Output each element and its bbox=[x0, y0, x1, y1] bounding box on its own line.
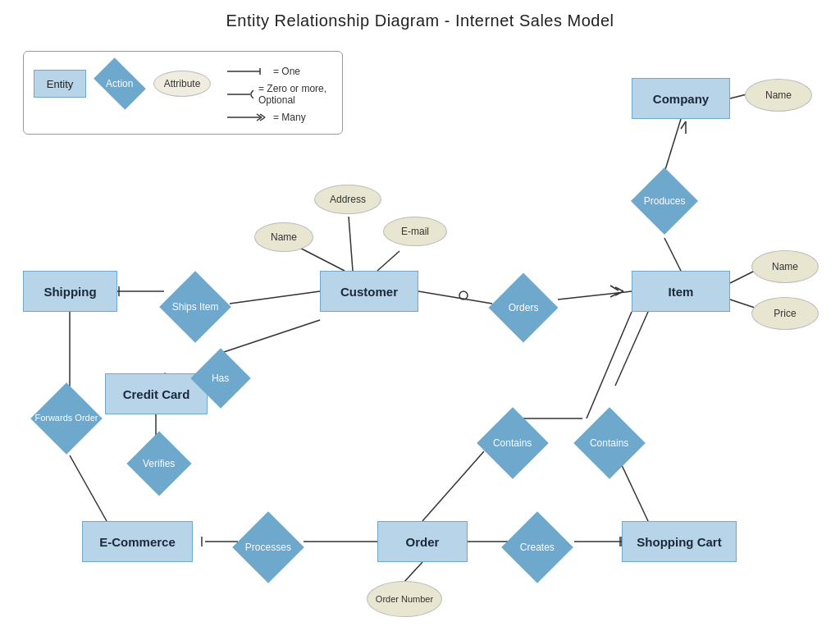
diamond-orders: Orders bbox=[488, 275, 559, 341]
svg-line-17 bbox=[418, 291, 492, 304]
diamond-forwards-order: Forwards Order bbox=[30, 382, 103, 455]
attr-company-name: Name bbox=[745, 79, 812, 112]
svg-point-18 bbox=[459, 291, 468, 299]
svg-line-19 bbox=[558, 291, 632, 299]
svg-line-23 bbox=[610, 293, 619, 297]
diamond-has: Has bbox=[191, 349, 250, 408]
entity-order: Order bbox=[377, 521, 468, 562]
svg-line-31 bbox=[70, 455, 107, 521]
svg-line-38 bbox=[404, 562, 422, 583]
legend-line-many: = Many bbox=[227, 111, 327, 124]
svg-line-15 bbox=[730, 271, 755, 283]
entity-shipping: Shipping bbox=[23, 271, 117, 312]
svg-line-13 bbox=[664, 119, 681, 172]
legend-zero-more-label: = Zero or more, Optional bbox=[258, 83, 327, 106]
legend-attribute: Attribute bbox=[153, 71, 211, 97]
svg-line-22 bbox=[610, 286, 619, 290]
legend-entity: Entity bbox=[34, 70, 86, 98]
svg-line-47 bbox=[681, 121, 686, 129]
legend-many-label: = Many bbox=[273, 112, 306, 123]
attr-order-number: Order Number bbox=[367, 581, 442, 617]
svg-line-46 bbox=[615, 312, 648, 386]
svg-line-14 bbox=[664, 238, 681, 271]
svg-line-16 bbox=[730, 299, 755, 308]
diagram-container: Entity Relationship Diagram - Internet S… bbox=[0, 0, 840, 631]
svg-line-42 bbox=[422, 451, 484, 521]
svg-line-25 bbox=[349, 217, 353, 271]
svg-line-32 bbox=[221, 320, 320, 353]
diamond-contains-2: Contains bbox=[574, 410, 645, 476]
page-title: Entity Relationship Diagram - Internet S… bbox=[0, 0, 840, 30]
entity-shoppingcart: Shopping Cart bbox=[622, 521, 737, 562]
svg-line-26 bbox=[377, 251, 399, 271]
diamond-produces: Produces bbox=[632, 168, 697, 234]
attr-customer-email: E-mail bbox=[383, 217, 447, 246]
entity-customer: Customer bbox=[320, 271, 418, 312]
legend-one-label: = One bbox=[273, 66, 300, 77]
svg-point-3 bbox=[251, 90, 253, 98]
attr-customer-name: Name bbox=[254, 222, 313, 252]
svg-line-12 bbox=[730, 94, 746, 98]
attr-item-name: Name bbox=[751, 250, 819, 283]
diamond-processes: Processes bbox=[232, 514, 304, 580]
diamond-ships-item: Ships Item bbox=[160, 274, 231, 340]
entity-item: Item bbox=[632, 271, 730, 312]
attr-item-price: Price bbox=[751, 297, 819, 330]
svg-line-44 bbox=[587, 312, 632, 418]
legend-line-zero-more: = Zero or more, Optional bbox=[227, 83, 327, 106]
svg-line-21 bbox=[615, 291, 623, 295]
svg-line-27 bbox=[230, 291, 320, 304]
entity-ecommerce: E-Commerce bbox=[82, 521, 193, 562]
diamond-contains-1: Contains bbox=[477, 410, 548, 476]
legend-action-label: Action bbox=[106, 78, 133, 89]
legend-lines: = One = Zero or more, Optional bbox=[227, 62, 327, 124]
legend-shapes: Entity Action Attribute bbox=[34, 62, 211, 106]
entity-company: Company bbox=[632, 78, 730, 119]
diamond-creates: Creates bbox=[502, 514, 573, 580]
legend-action-diamond: Action bbox=[94, 57, 146, 110]
legend-line-one: = One bbox=[227, 65, 327, 78]
attr-customer-address: Address bbox=[314, 185, 381, 214]
svg-line-20 bbox=[615, 287, 623, 291]
legend: Entity Action Attribute = One bbox=[23, 51, 343, 135]
diamond-verifies: Verifies bbox=[127, 432, 191, 495]
